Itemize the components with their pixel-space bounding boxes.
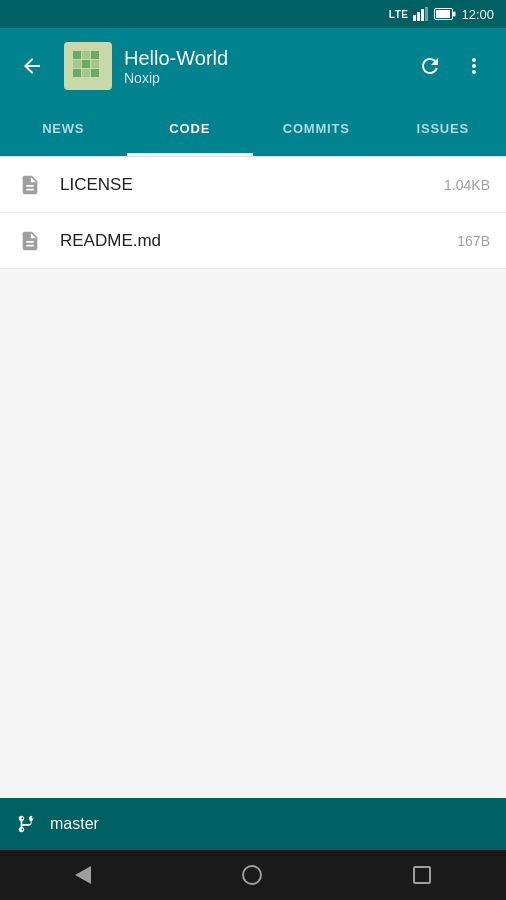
svg-rect-15: [82, 69, 90, 77]
app-title: Hello-World: [124, 47, 398, 70]
tab-code[interactable]: CODE: [127, 104, 254, 156]
status-icons: LTE 12:00: [389, 7, 494, 22]
more-options-button[interactable]: [454, 46, 494, 86]
nav-back-button[interactable]: [75, 866, 91, 884]
branch-bar: master: [0, 798, 506, 850]
nav-recents-button[interactable]: [413, 866, 431, 884]
file-icon: [16, 171, 44, 199]
svg-rect-0: [413, 15, 416, 21]
recents-nav-icon: [413, 866, 431, 884]
svg-rect-13: [91, 60, 99, 68]
file-name-license: LICENSE: [60, 175, 444, 195]
branch-name: master: [50, 815, 99, 833]
svg-rect-16: [91, 69, 99, 77]
tab-news[interactable]: NEWS: [0, 104, 127, 156]
file-list: LICENSE 1.04KB README.md 167B: [0, 157, 506, 269]
lte-indicator: LTE: [389, 9, 409, 20]
svg-rect-11: [73, 60, 81, 68]
svg-rect-6: [453, 12, 456, 17]
file-item-license[interactable]: LICENSE 1.04KB: [0, 157, 506, 213]
nav-home-button[interactable]: [242, 865, 262, 885]
svg-rect-1: [417, 12, 420, 21]
file-icon-readme: [16, 227, 44, 255]
svg-rect-5: [436, 10, 450, 18]
svg-rect-9: [82, 51, 90, 59]
status-bar: LTE 12:00: [0, 0, 506, 28]
back-button[interactable]: [12, 46, 52, 86]
svg-rect-3: [425, 7, 428, 21]
svg-rect-10: [91, 51, 99, 59]
app-bar-actions: [410, 46, 494, 86]
file-size-readme: 167B: [457, 233, 490, 249]
home-nav-icon: [242, 865, 262, 885]
refresh-button[interactable]: [410, 46, 450, 86]
app-bar: Hello-World Noxip: [0, 28, 506, 104]
file-size-license: 1.04KB: [444, 177, 490, 193]
svg-rect-2: [421, 9, 424, 21]
app-subtitle: Noxip: [124, 70, 398, 86]
tabs-bar: NEWS CODE COMMITS ISSUES: [0, 104, 506, 156]
file-name-readme: README.md: [60, 231, 457, 251]
nav-bar: [0, 850, 506, 900]
content-area: [0, 269, 506, 798]
battery-icon: [434, 8, 456, 20]
tab-issues[interactable]: ISSUES: [380, 104, 507, 156]
back-nav-icon: [75, 866, 91, 884]
svg-rect-12: [82, 60, 90, 68]
file-item-readme[interactable]: README.md 167B: [0, 213, 506, 269]
status-time: 12:00: [461, 7, 494, 22]
app-title-group: Hello-World Noxip: [124, 47, 398, 86]
app-icon: [64, 42, 112, 90]
tab-commits[interactable]: COMMITS: [253, 104, 380, 156]
branch-icon: [16, 813, 38, 835]
svg-rect-14: [73, 69, 81, 77]
signal-icon: [413, 7, 429, 21]
svg-rect-8: [73, 51, 81, 59]
